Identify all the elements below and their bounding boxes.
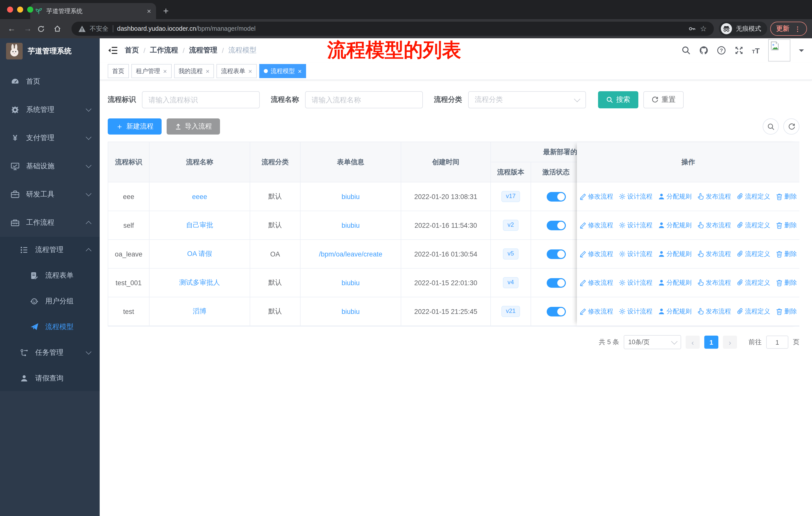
action-edit[interactable]: 修改流程 <box>579 192 613 201</box>
filter-category-select[interactable]: 流程分类 <box>468 91 586 108</box>
create-process-button[interactable]: ＋ 新建流程 <box>108 118 162 135</box>
tab-close-icon[interactable]: × <box>147 7 151 15</box>
font-size-icon[interactable]: TT <box>752 46 760 55</box>
browser-menu-icon[interactable]: ⋮ <box>794 25 801 32</box>
sidebar-item-process-list[interactable]: 流程管理 <box>0 237 100 263</box>
action-assign-user[interactable]: 分配规则 <box>658 307 692 316</box>
avatar-caret-icon[interactable] <box>799 49 804 54</box>
action-design-gear[interactable]: 设计流程 <box>619 278 652 287</box>
fullscreen-icon[interactable] <box>734 46 743 55</box>
close-icon[interactable]: × <box>248 67 252 75</box>
next-page-button[interactable]: › <box>723 335 737 349</box>
close-window-button[interactable] <box>7 6 13 12</box>
action-design-gear[interactable]: 设计流程 <box>619 250 652 258</box>
back-icon[interactable]: ← <box>5 24 18 33</box>
user-avatar[interactable] <box>768 39 790 61</box>
search-icon[interactable] <box>682 46 690 55</box>
sidebar-item-task[interactable]: 任务管理 <box>0 340 100 365</box>
window-controls[interactable] <box>7 6 33 12</box>
tag-租户管理[interactable]: 租户管理× <box>132 64 171 78</box>
action-definition-clip[interactable]: 流程定义 <box>736 250 770 258</box>
action-publish-hand[interactable]: 发布流程 <box>697 192 731 201</box>
prev-page-button[interactable]: ‹ <box>686 335 700 349</box>
action-publish-hand[interactable]: 发布流程 <box>697 278 731 287</box>
active-toggle[interactable] <box>547 278 566 288</box>
sidebar-item-workflow[interactable]: 工作流程 <box>0 209 100 237</box>
active-toggle[interactable] <box>547 307 566 316</box>
action-edit[interactable]: 修改流程 <box>579 307 613 316</box>
minimize-window-button[interactable] <box>17 6 23 12</box>
new-tab-button[interactable]: + <box>163 5 169 17</box>
action-definition-clip[interactable]: 流程定义 <box>736 221 770 229</box>
breadcrumb-home[interactable]: 首页 <box>125 46 139 55</box>
action-edit[interactable]: 修改流程 <box>579 221 613 229</box>
bookmark-star-icon[interactable]: ☆ <box>700 24 707 33</box>
filter-key-input[interactable] <box>142 91 260 108</box>
sidebar-item-user-group[interactable]: 用户分组 <box>0 288 100 314</box>
sidebar-item-paper-plane[interactable]: 流程模型 <box>0 314 100 340</box>
active-toggle[interactable] <box>547 192 566 201</box>
cell-form-info-link[interactable]: /bpm/oa/leave/create <box>319 250 382 258</box>
action-trash[interactable]: 删除 <box>776 307 797 316</box>
close-icon[interactable]: × <box>206 67 209 75</box>
update-button[interactable]: 更新 ⋮ <box>770 22 807 36</box>
action-publish-hand[interactable]: 发布流程 <box>697 250 731 258</box>
tag-流程表单[interactable]: 流程表单× <box>216 64 257 78</box>
sidebar-item-form[interactable]: 流程表单 <box>0 263 100 288</box>
sidebar-item-dashboard[interactable]: 首页 <box>0 67 100 96</box>
home-icon[interactable] <box>53 25 66 33</box>
reload-icon[interactable] <box>37 25 50 32</box>
refresh-table-button[interactable] <box>783 118 800 135</box>
breadcrumb-process-manage[interactable]: 流程管理 <box>189 46 218 55</box>
sidebar-item-devtools[interactable]: 研发工具 <box>0 181 100 209</box>
action-design-gear[interactable]: 设计流程 <box>619 307 652 316</box>
current-page[interactable]: 1 <box>704 335 718 349</box>
action-assign-user[interactable]: 分配规则 <box>658 250 692 258</box>
action-design-gear[interactable]: 设计流程 <box>619 221 652 229</box>
action-publish-hand[interactable]: 发布流程 <box>697 307 731 316</box>
close-icon[interactable]: × <box>298 67 302 75</box>
sidebar-item-infra[interactable]: 基础设施 <box>0 152 100 181</box>
action-trash[interactable]: 删除 <box>776 192 797 201</box>
toggle-search-button[interactable] <box>763 118 779 135</box>
sidebar-item-yen[interactable]: ¥支付管理 <box>0 124 100 152</box>
action-definition-clip[interactable]: 流程定义 <box>736 307 770 316</box>
github-icon[interactable] <box>699 46 708 55</box>
action-trash[interactable]: 删除 <box>776 278 797 287</box>
import-process-button[interactable]: 导入流程 <box>167 118 220 135</box>
action-trash[interactable]: 删除 <box>776 250 797 258</box>
sidebar-item-person[interactable]: 请假查询 <box>0 365 100 391</box>
key-icon[interactable] <box>688 25 696 33</box>
action-definition-clip[interactable]: 流程定义 <box>736 192 770 201</box>
action-trash[interactable]: 删除 <box>776 221 797 229</box>
cell-form-info-link[interactable]: biubiu <box>342 193 360 200</box>
browser-tab[interactable]: 芋道管理系统 × <box>30 3 156 19</box>
cell-process-name-link[interactable]: eeee <box>192 193 207 200</box>
help-icon[interactable]: ? <box>717 46 726 55</box>
close-icon[interactable]: × <box>163 67 167 75</box>
cell-process-name-link[interactable]: 滔博 <box>193 307 206 315</box>
reset-button[interactable]: 重置 <box>643 91 684 108</box>
action-edit[interactable]: 修改流程 <box>579 250 613 258</box>
cell-process-name-link[interactable]: 自己审批 <box>186 221 213 229</box>
action-definition-clip[interactable]: 流程定义 <box>736 278 770 287</box>
search-button[interactable]: 搜索 <box>598 91 638 108</box>
cell-form-info-link[interactable]: biubiu <box>342 221 360 229</box>
forward-icon[interactable]: → <box>21 24 34 33</box>
action-assign-user[interactable]: 分配规则 <box>658 192 692 201</box>
cell-process-name-link[interactable]: OA 请假 <box>187 250 212 257</box>
goto-page-input[interactable] <box>766 335 788 349</box>
cell-form-info-link[interactable]: biubiu <box>342 279 360 287</box>
active-toggle[interactable] <box>547 249 566 259</box>
tag-首页[interactable]: 首页 <box>108 64 129 78</box>
filter-name-input[interactable] <box>305 91 423 108</box>
tag-我的流程[interactable]: 我的流程× <box>174 64 214 78</box>
page-size-select[interactable]: 10条/页 <box>624 335 681 349</box>
action-edit[interactable]: 修改流程 <box>579 278 613 287</box>
action-publish-hand[interactable]: 发布流程 <box>697 221 731 229</box>
active-toggle[interactable] <box>547 220 566 230</box>
url-bar[interactable]: 不安全 dashboard.yudao.iocoder.cn/bpm/manag… <box>71 22 714 36</box>
tag-流程模型[interactable]: 流程模型× <box>259 64 306 78</box>
maximize-window-button[interactable] <box>27 6 33 12</box>
action-design-gear[interactable]: 设计流程 <box>619 192 652 201</box>
